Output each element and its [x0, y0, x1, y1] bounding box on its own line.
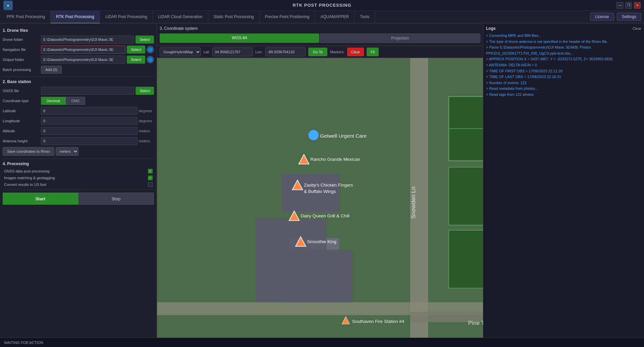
lon-input[interactable] — [265, 48, 306, 56]
lon-label: Lon: — [255, 50, 262, 54]
header-buttons: License Settings — [590, 11, 643, 23]
svg-rect-8 — [449, 167, 483, 225]
longitude-row: Longtitude degrees — [3, 117, 154, 125]
altitude-unit: meters — [139, 129, 154, 133]
section-base-station: 2. Base station GNSS file Select Coordin… — [3, 79, 154, 156]
drone-folder-row: Drone folder Select — [3, 36, 154, 44]
longitude-label: Longtitude — [3, 119, 40, 123]
output-folder-label: Output folder — [3, 58, 40, 62]
drone-folder-input[interactable] — [41, 36, 134, 44]
tab-bar: PPK Post Processing RTK Post Processing … — [0, 11, 644, 23]
tab-ppp[interactable]: Precise Point Positioning — [260, 11, 315, 23]
images-matching-row: Images matching & geotagging ✓ — [3, 176, 154, 180]
status-text: WAITING FOR ACTION — [4, 341, 43, 345]
navigation-file-row: Navigation file Select 🌐 — [3, 46, 154, 54]
gnss-file-select-button[interactable]: Select — [136, 87, 154, 95]
drone-folder-select-button[interactable]: Select — [136, 36, 154, 44]
svg-rect-22 — [256, 219, 326, 302]
close-button[interactable]: ✕ — [634, 2, 641, 9]
output-folder-row: Output folder Select 🌐 — [3, 56, 154, 64]
log-line-2: > Parse E:\Datasets\Photogrammetry\DJI M… — [486, 45, 641, 56]
log-line-8: > Read metadata from photos... — [486, 86, 641, 92]
navigation-globe-icon[interactable]: 🌐 — [147, 46, 154, 53]
stop-button[interactable]: Stop — [78, 193, 154, 205]
dms-button[interactable]: DMS — [66, 97, 85, 105]
lat-input[interactable] — [212, 48, 253, 56]
navigation-file-label: Navigation file — [3, 48, 40, 52]
clear-button[interactable]: Clear — [347, 48, 364, 56]
output-folder-select-button[interactable]: Select — [127, 56, 145, 64]
projection-tab[interactable]: Projection — [320, 33, 480, 43]
units-dropdown[interactable]: meters feet — [56, 147, 78, 156]
fit-button[interactable]: Fit — [367, 48, 379, 56]
svg-text:& Buffalo Wings: & Buffalo Wings — [304, 189, 336, 194]
map-type-select[interactable]: GoogleHybridMap GoogleMap GoogleSatellit… — [160, 48, 201, 56]
batch-add-button[interactable]: Add (0) — [41, 66, 62, 74]
maximize-button[interactable]: ❐ — [625, 2, 632, 9]
images-matching-checkbox[interactable]: ✓ — [148, 176, 153, 180]
log-line-1: > The type of drone antenna is not speci… — [486, 39, 641, 45]
save-coords-row: Save coordinates to Rinex meters feet — [3, 147, 154, 156]
markers-label: Markers: — [330, 50, 344, 54]
tab-lidar[interactable]: LiDAR Post Processing — [100, 11, 153, 23]
minimize-button[interactable]: — — [616, 2, 623, 9]
convert-us-foot-row: Convert results to US foot — [3, 182, 154, 187]
tab-lidarcloud[interactable]: LiDAR Cloud Generation — [153, 11, 208, 23]
decimal-button[interactable]: Decimal — [41, 97, 66, 105]
map-svg: Getwell Urgent Care Rancho Grande Mexica… — [157, 58, 483, 338]
app-logo: ▲ — [3, 1, 13, 10]
tab-ppk[interactable]: PPK Post Processing — [1, 11, 51, 23]
svg-text:Dairy Queen Grill & Chill: Dairy Queen Grill & Chill — [301, 213, 349, 218]
svg-text:Getwell Urgent Care: Getwell Urgent Care — [320, 133, 367, 139]
settings-button[interactable]: Settings — [617, 13, 641, 21]
latitude-label: Latitude — [3, 109, 40, 113]
start-button[interactable]: Start — [3, 193, 78, 205]
coordinate-type-label: Coordinate type — [3, 99, 40, 103]
svg-text:Southaven Fire Station #4: Southaven Fire Station #4 — [352, 319, 405, 324]
log-line-0: > Converting MRK and BIN files... — [486, 33, 641, 39]
license-button[interactable]: License — [590, 13, 614, 21]
map-controls-bar: GoogleHybridMap GoogleMap GoogleSatellit… — [157, 46, 483, 58]
window-controls: — ❐ ✕ — [616, 2, 641, 9]
output-globe-icon[interactable]: 🌐 — [147, 56, 154, 63]
navigation-file-input[interactable] — [41, 46, 125, 54]
section-drone-files: 1. Drone files Drone folder Select Navig… — [3, 28, 154, 74]
convert-us-foot-checkbox[interactable] — [148, 182, 153, 187]
antenna-height-row: Antenna height meters — [3, 137, 154, 145]
tab-aqua[interactable]: AQUAMAPPER — [315, 11, 355, 23]
navigation-file-select-button[interactable]: Select — [127, 46, 145, 54]
gnss-processing-label: GNSS data post processing — [4, 169, 50, 173]
action-bar: Start Stop — [3, 193, 154, 205]
title-bar: ▲ RTK POST PROCESSING — ❐ ✕ — [0, 0, 644, 11]
save-coords-button[interactable]: Save coordinates to Rinex — [3, 147, 54, 156]
longitude-input[interactable] — [41, 117, 138, 125]
tab-tools[interactable]: Tools — [355, 11, 375, 23]
svg-text:Snowden Ln: Snowden Ln — [410, 187, 417, 219]
longitude-unit: degrees — [139, 119, 154, 123]
antenna-height-input[interactable] — [41, 137, 138, 145]
status-bar: WAITING FOR ACTION — [0, 338, 644, 347]
tab-static[interactable]: Static Post Processing — [208, 11, 260, 23]
altitude-input[interactable] — [41, 127, 138, 135]
goto-button[interactable]: Go To — [308, 48, 327, 56]
gnss-file-input[interactable] — [41, 87, 134, 95]
antenna-height-unit: meters — [139, 139, 154, 143]
output-folder-input[interactable] — [41, 56, 125, 64]
tab-rtk[interactable]: RTK Post Processing — [51, 11, 100, 23]
logs-panel: Logs Clear > Converting MRK and BIN file… — [483, 23, 644, 338]
latitude-input[interactable] — [41, 107, 138, 115]
logs-clear-button[interactable]: Clear — [633, 26, 641, 30]
coord-system-title: 3. Coordinate system — [160, 26, 480, 31]
map-area[interactable]: Getwell Urgent Care Rancho Grande Mexica… — [157, 58, 483, 338]
gnss-processing-checkbox[interactable]: ✓ — [148, 169, 153, 174]
left-panel: 1. Drone files Drone folder Select Navig… — [0, 23, 157, 338]
gnss-file-label: GNSS file — [3, 89, 40, 93]
svg-rect-12 — [449, 230, 483, 288]
wgs84-tab[interactable]: WGS-84 — [160, 33, 319, 43]
images-matching-label: Images matching & geotagging — [4, 176, 55, 180]
batch-processing-label: Batch processing — [3, 68, 40, 72]
coordinate-type-group: Decimal DMS — [41, 97, 85, 105]
middle-content: 3. Coordinate system WGS-84 Projection G… — [157, 23, 644, 338]
gnss-file-row: GNSS file Select — [3, 87, 154, 95]
altitude-label: Altitude — [3, 129, 40, 133]
